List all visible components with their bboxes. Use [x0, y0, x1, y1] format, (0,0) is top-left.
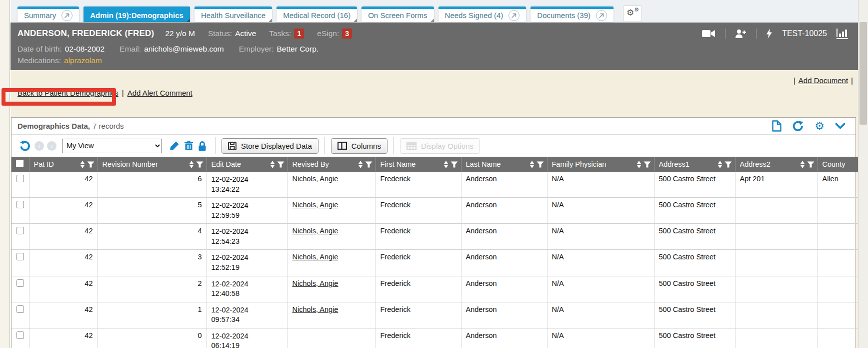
store-button-label: Store Displayed Data — [241, 142, 312, 150]
vertical-scrollbar[interactable] — [858, 0, 868, 348]
cell-county — [818, 328, 858, 348]
sort-icon[interactable] — [530, 161, 534, 168]
tasks-badge[interactable]: 1 — [294, 29, 304, 39]
popout-icon[interactable] — [596, 10, 607, 21]
delete-trash-icon[interactable] — [184, 141, 193, 151]
sort-icon[interactable] — [80, 161, 84, 168]
revised-by-link[interactable]: Nichols, Angie — [292, 253, 338, 261]
revised-by-link[interactable]: Nichols, Angie — [292, 279, 338, 287]
cell-address1: 500 Castro Street — [654, 302, 735, 328]
popout-icon[interactable] — [62, 10, 72, 21]
column-header-first-name[interactable]: First Name — [376, 157, 461, 172]
status-label: Status: — [208, 29, 232, 38]
revised-by-link[interactable]: Nichols, Angie — [292, 175, 338, 183]
add-document-link[interactable]: Add Document — [798, 76, 848, 85]
medications-label: Medications: — [18, 56, 61, 65]
column-header-address2[interactable]: Address2 — [735, 157, 818, 172]
column-header-county[interactable]: County — [818, 157, 858, 172]
refresh-icon[interactable] — [792, 121, 804, 132]
column-header-last-name[interactable]: Last Name — [461, 157, 547, 172]
tab-on-screen-forms[interactable]: On Screen Forms — [362, 7, 434, 22]
cell-county — [818, 224, 858, 250]
sort-icon[interactable] — [718, 161, 722, 168]
filter-funnel-icon[interactable] — [644, 161, 651, 168]
columns-button[interactable]: Columns — [331, 138, 388, 154]
esign-badge[interactable]: 3 — [342, 29, 352, 39]
view-select[interactable]: My View — [62, 139, 162, 153]
row-checkbox[interactable] — [16, 175, 24, 182]
settings-gear-icon[interactable]: ⚙ — [814, 121, 824, 132]
patient-id: TEST-10025 — [782, 29, 827, 38]
next-icon[interactable]: › — [47, 141, 56, 151]
detail-label: Employer: — [239, 45, 274, 54]
filter-funnel-icon[interactable] — [196, 161, 204, 168]
revised-by-link[interactable]: Nichols, Angie — [292, 227, 338, 235]
tab-medical-record-16[interactable]: Medical Record (16) — [276, 7, 357, 22]
tab-documents-39[interactable]: Documents (39) — [530, 7, 614, 22]
column-header-revised-by[interactable]: Revised By — [288, 157, 376, 172]
add-alert-comment-link[interactable]: Add Alert Comment — [128, 89, 192, 97]
sort-icon[interactable] — [800, 161, 804, 168]
cell-last-name: Anderson — [461, 172, 547, 198]
filter-funnel-icon[interactable] — [724, 161, 732, 168]
tab-health-surveillance[interactable]: Health Surveillance — [194, 7, 272, 22]
tab-label: Needs Signed (4) — [445, 11, 504, 20]
lock-icon[interactable] — [198, 141, 206, 151]
sort-icon[interactable] — [444, 161, 448, 168]
prev-icon[interactable]: ‹ — [34, 141, 44, 151]
lightning-icon[interactable] — [766, 29, 772, 39]
column-header-address1[interactable]: Address1 — [654, 157, 735, 172]
toolbar-divider — [215, 137, 216, 154]
sort-icon[interactable] — [190, 161, 194, 168]
row-checkbox[interactable] — [16, 279, 24, 287]
column-header-family-physician[interactable]: Family Physician — [547, 157, 654, 172]
row-checkbox[interactable] — [16, 305, 24, 313]
filter-funnel-icon[interactable] — [365, 161, 372, 168]
sort-icon[interactable] — [358, 161, 362, 168]
cell-family-physician: N/A — [547, 328, 654, 348]
row-checkbox[interactable] — [16, 201, 24, 208]
undo-icon[interactable] — [19, 140, 30, 152]
column-header-revision-number[interactable]: Revision Number — [98, 157, 206, 172]
tab-fold-icon — [354, 19, 357, 22]
cell-edit-date: 12-02-2024 12:59:59 — [206, 198, 288, 224]
tab-summary[interactable]: Summary — [18, 7, 79, 22]
medications-value[interactable]: alprazolam — [64, 56, 102, 65]
row-checkbox[interactable] — [16, 331, 24, 339]
column-header-edit-date[interactable]: Edit Date — [206, 157, 288, 172]
status-value: Active — [235, 29, 256, 38]
row-checkbox[interactable] — [16, 253, 24, 260]
edit-pencil-icon[interactable] — [170, 141, 180, 151]
cell-county — [818, 302, 858, 328]
scrollbar-thumb[interactable] — [860, 22, 867, 125]
collapse-chevron-icon[interactable] — [835, 123, 846, 129]
filter-funnel-icon[interactable] — [277, 161, 284, 168]
column-header-pat-id[interactable]: Pat ID — [29, 157, 98, 172]
column-label: Revision Number — [102, 160, 187, 168]
bar-chart-icon[interactable] — [836, 29, 848, 39]
filter-funnel-icon[interactable] — [807, 161, 814, 168]
filter-funnel-icon[interactable] — [536, 161, 544, 168]
sort-icon[interactable] — [270, 161, 274, 168]
filter-funnel-icon[interactable] — [87, 161, 94, 168]
panel-header-icons: ⚙ — [772, 120, 850, 132]
store-displayed-data-button[interactable]: Store Displayed Data — [222, 138, 318, 154]
filter-funnel-icon[interactable] — [450, 161, 458, 168]
chart-settings-button[interactable]: ⚙ ⚙ — [623, 6, 642, 22]
new-document-icon[interactable] — [772, 120, 782, 132]
select-all-checkbox[interactable] — [16, 160, 24, 167]
detail-label: Email: — [120, 45, 141, 54]
header-divider — [756, 29, 756, 39]
video-camera-icon[interactable] — [702, 29, 716, 38]
display-options-button: Display Options — [400, 138, 480, 154]
popout-icon[interactable] — [508, 10, 520, 21]
add-person-icon[interactable] — [735, 29, 746, 39]
revised-by-link[interactable]: Nichols, Angie — [292, 201, 338, 209]
sort-icon[interactable] — [637, 161, 641, 168]
tab-admin-19-demographics[interactable]: Admin (19):Demographics — [84, 7, 190, 22]
tab-needs-signed-4[interactable]: Needs Signed (4) — [438, 7, 526, 22]
revised-by-link[interactable]: Nichols, Angie — [292, 305, 338, 313]
table-row: 42412-02-2024 12:54:23Nichols, AngieFred… — [12, 224, 858, 250]
back-to-demographics-link[interactable]: Back to Patient Demographics — [18, 89, 118, 97]
row-checkbox[interactable] — [16, 227, 24, 234]
